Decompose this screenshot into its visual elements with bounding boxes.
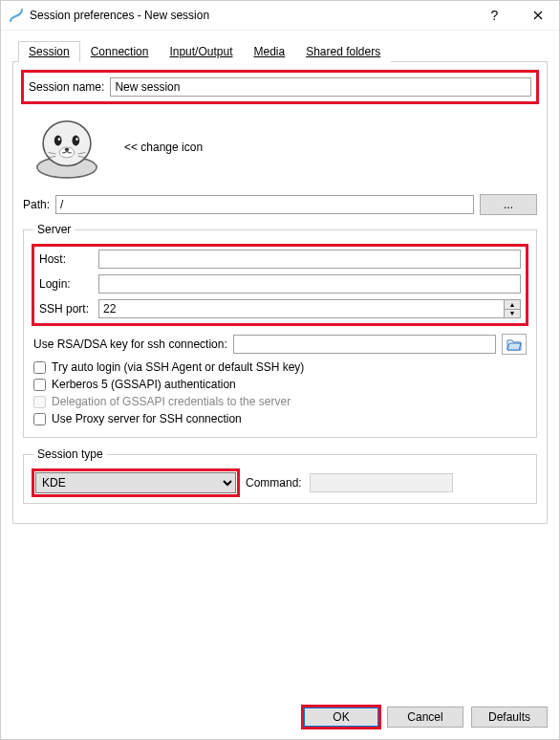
path-input[interactable]	[55, 195, 474, 214]
cancel-button[interactable]: Cancel	[387, 707, 463, 728]
window-title: Session preferences - New session	[30, 9, 473, 22]
sshport-input[interactable]	[98, 299, 504, 318]
session-type-highlight: KDE	[33, 470, 238, 495]
tab-session-label: Session	[29, 45, 70, 58]
ok-button[interactable]: OK	[303, 707, 379, 728]
tab-shared[interactable]: Shared folders	[295, 41, 391, 62]
server-legend: Server	[33, 223, 75, 236]
close-icon	[533, 11, 543, 20]
tab-connection[interactable]: Connection	[80, 41, 160, 62]
session-name-label: Session name:	[29, 80, 104, 94]
close-button[interactable]	[516, 1, 559, 30]
auto-login-row: Try auto login (via SSH Agent or default…	[33, 360, 527, 374]
host-input[interactable]	[98, 250, 521, 269]
sshport-label: SSH port:	[39, 302, 93, 316]
tab-shared-label: Shared folders	[306, 45, 380, 58]
content-area: Session Connection Input/Output Media Sh…	[1, 31, 559, 697]
svg-point-5	[75, 138, 77, 141]
svg-point-3	[72, 136, 79, 146]
app-icon	[9, 8, 24, 23]
tab-bar: Session Connection Input/Output Media Sh…	[12, 40, 548, 62]
defaults-button[interactable]: Defaults	[471, 707, 548, 728]
kerberos-label: Kerberos 5 (GSSAPI) authentication	[52, 378, 236, 391]
delegation-row: Delegation of GSSAPI credentials to the …	[33, 395, 527, 408]
session-name-input[interactable]	[110, 77, 531, 97]
change-icon-link[interactable]: << change icon	[124, 141, 203, 154]
svg-point-7	[65, 148, 70, 151]
login-row: Login:	[39, 274, 521, 294]
session-name-row: Session name:	[23, 72, 537, 102]
tab-io[interactable]: Input/Output	[159, 41, 243, 62]
rsa-label: Use RSA/DSA key for ssh connection:	[33, 337, 227, 351]
tab-pane-session: Session name: << change icon	[12, 62, 548, 524]
proxy-row: Use Proxy server for SSH connection	[33, 412, 527, 425]
rsa-row: Use RSA/DSA key for ssh connection:	[33, 334, 527, 355]
host-label: Host:	[39, 252, 93, 266]
sshport-spinner[interactable]: ▲ ▼	[98, 299, 521, 318]
sshport-spin-buttons[interactable]: ▲ ▼	[504, 299, 521, 318]
svg-point-2	[54, 136, 62, 146]
session-type-select[interactable]: KDE	[35, 472, 236, 493]
session-type-legend: Session type	[33, 447, 107, 461]
session-icon[interactable]	[29, 114, 105, 181]
proxy-checkbox[interactable]	[33, 413, 46, 425]
path-browse-button[interactable]: ...	[480, 194, 537, 215]
sshport-row: SSH port: ▲ ▼	[39, 299, 521, 318]
login-input[interactable]	[98, 274, 521, 294]
command-label: Command:	[246, 476, 302, 490]
folder-open-icon	[506, 337, 522, 351]
delegation-checkbox	[33, 396, 46, 408]
session-preferences-window: Session preferences - New session ? Sess…	[0, 0, 560, 740]
tab-connection-label: Connection	[91, 45, 149, 58]
ok-highlight: OK	[303, 707, 379, 728]
path-label: Path:	[23, 198, 50, 211]
session-type-row: KDE Command:	[33, 470, 527, 495]
spin-up-icon[interactable]: ▲	[505, 300, 520, 310]
delegation-label: Delegation of GSSAPI credentials to the …	[52, 395, 291, 408]
auto-login-label: Try auto login (via SSH Agent or default…	[52, 360, 304, 374]
titlebar: Session preferences - New session ?	[1, 1, 559, 31]
auto-login-checkbox[interactable]	[33, 361, 46, 374]
icon-area: << change icon	[23, 108, 537, 194]
dialog-buttons: OK Cancel Defaults	[1, 697, 559, 739]
kerberos-checkbox[interactable]	[33, 379, 46, 391]
rsa-browse-button[interactable]	[502, 334, 527, 355]
session-type-group: Session type KDE Command:	[23, 447, 537, 504]
server-group: Server Host: Login: SSH port:	[23, 223, 537, 438]
proxy-label: Use Proxy server for SSH connection	[52, 412, 242, 425]
rsa-input[interactable]	[233, 335, 496, 354]
host-row: Host:	[39, 250, 521, 269]
svg-point-4	[58, 138, 60, 141]
tab-media-label: Media	[253, 45, 285, 58]
svg-point-1	[43, 121, 91, 166]
login-label: Login:	[39, 277, 93, 291]
spin-down-icon[interactable]: ▼	[505, 310, 520, 318]
help-button[interactable]: ?	[473, 1, 516, 30]
tab-io-label: Input/Output	[169, 45, 232, 58]
kerberos-row: Kerberos 5 (GSSAPI) authentication	[33, 378, 527, 391]
tab-media[interactable]: Media	[243, 41, 295, 62]
tab-session[interactable]: Session	[18, 41, 80, 62]
path-row: Path: ...	[23, 194, 537, 215]
command-input	[310, 473, 453, 492]
server-core-block: Host: Login: SSH port: ▲ ▼	[33, 246, 527, 324]
